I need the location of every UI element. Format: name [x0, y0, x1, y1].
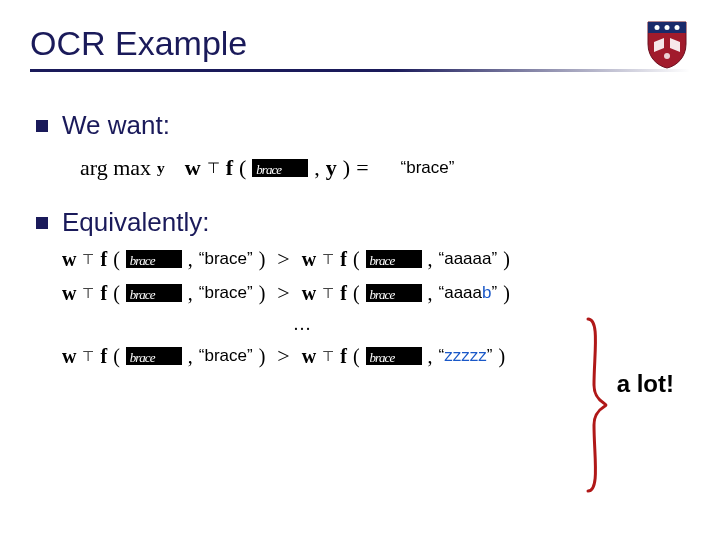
inequality-row-1: w⊤ f ( brace , “brace” ) > w⊤ f ( brace … [62, 246, 690, 272]
gt-symbol: > [271, 246, 295, 272]
bullet-we-want: We want: [36, 110, 690, 141]
w-vector: w [302, 282, 316, 305]
comma-text: , [188, 282, 193, 305]
equals-text: = [356, 155, 368, 181]
handwriting-image-icon: brace [126, 284, 182, 302]
lparen-text: ( [113, 282, 120, 305]
gt-symbol: > [271, 280, 295, 306]
w-vector: w [62, 345, 76, 368]
w-vector: w [62, 248, 76, 271]
bullet-icon [36, 120, 48, 132]
comma-text: , [428, 248, 433, 271]
transpose: ⊤ [82, 348, 94, 365]
rhs-word-2: “aaaab” [439, 283, 498, 303]
w-vector: w [302, 248, 316, 271]
transpose: ⊤ [322, 348, 334, 365]
bullet-icon [36, 217, 48, 229]
handwriting-image-icon: brace [126, 250, 182, 268]
feature-fn: f [340, 345, 347, 368]
handwriting-image-icon: brace [366, 347, 422, 365]
rhs-word-1: “aaaaa” [439, 249, 498, 269]
lparen-text: ( [353, 345, 360, 368]
rhs-word-3: “zzzzz” [439, 346, 493, 366]
svg-point-4 [664, 53, 670, 59]
argmax-subscript-y: y [157, 159, 165, 177]
rparen-text: ) [343, 155, 350, 181]
lhs-word: “brace” [199, 249, 253, 269]
lparen-text: ( [353, 248, 360, 271]
lparen-text: ( [113, 345, 120, 368]
result-word: “brace” [401, 158, 455, 178]
w-vector: w [62, 282, 76, 305]
lparen-text: ( [239, 155, 246, 181]
transpose: ⊤ [82, 285, 94, 302]
comma-text: , [428, 282, 433, 305]
lparen-text: ( [353, 282, 360, 305]
comma-text: , [314, 155, 320, 181]
feature-fn: f [100, 282, 107, 305]
svg-point-2 [665, 25, 670, 30]
argmax-text: arg max [80, 155, 151, 181]
comma-text: , [428, 345, 433, 368]
bullet-equivalently: Equivalently: [36, 207, 690, 238]
rparen-text: ) [259, 248, 266, 271]
transpose: ⊤ [207, 159, 220, 177]
inequality-row-2: w⊤ f ( brace , “brace” ) > w⊤ f ( brace … [62, 280, 690, 306]
comma-text: , [188, 345, 193, 368]
handwriting-image-icon: brace [126, 347, 182, 365]
transpose: ⊤ [82, 251, 94, 268]
penn-crest-icon [644, 18, 690, 74]
y-var: y [326, 155, 337, 181]
transpose: ⊤ [322, 285, 334, 302]
handwriting-image-icon: brace [366, 250, 422, 268]
svg-point-3 [675, 25, 680, 30]
w-vector: w [185, 155, 201, 181]
feature-fn: f [100, 345, 107, 368]
handwriting-image-icon: brace [366, 284, 422, 302]
rparen-text: ) [259, 282, 266, 305]
slide-title: OCR Example [0, 0, 720, 69]
ellipsis: … [62, 314, 542, 335]
annotation-a-lot: a lot! [617, 370, 674, 398]
w-vector: w [302, 345, 316, 368]
curly-bracket-icon [580, 315, 610, 499]
comma-text: , [188, 248, 193, 271]
rparen-text: ) [498, 345, 505, 368]
lhs-word: “brace” [199, 283, 253, 303]
transpose: ⊤ [322, 251, 334, 268]
gt-symbol: > [271, 343, 295, 369]
lparen-text: ( [113, 248, 120, 271]
bullet-text: We want: [62, 110, 170, 141]
svg-point-1 [655, 25, 660, 30]
feature-fn: f [100, 248, 107, 271]
rparen-text: ) [259, 345, 266, 368]
bullet-text: Equivalently: [62, 207, 209, 238]
feature-fn: f [340, 282, 347, 305]
rparen-text: ) [503, 248, 510, 271]
slide-body: We want: arg maxy w⊤ f ( brace , y ) = “… [0, 72, 720, 369]
equation-argmax: arg maxy w⊤ f ( brace , y ) = “brace” [80, 155, 690, 181]
feature-fn: f [226, 155, 233, 181]
rparen-text: ) [503, 282, 510, 305]
feature-fn: f [340, 248, 347, 271]
lhs-word: “brace” [199, 346, 253, 366]
handwriting-image-icon: brace [252, 159, 308, 177]
